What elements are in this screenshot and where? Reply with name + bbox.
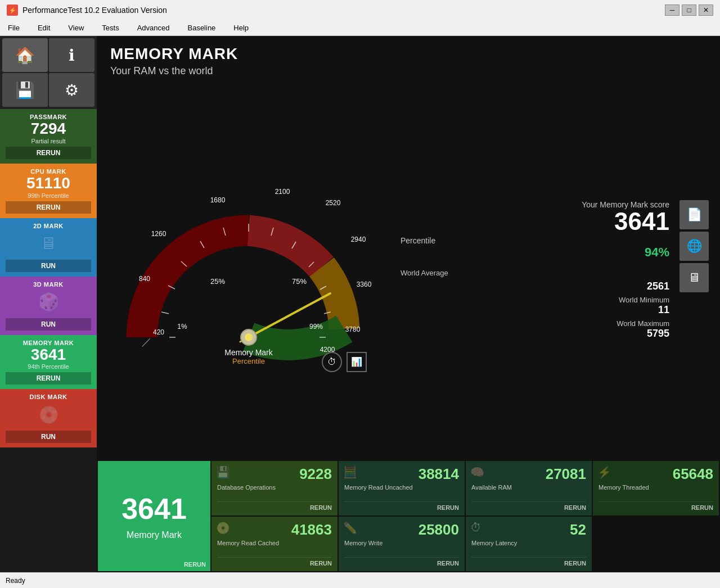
ram-icon: 🧠 (470, 465, 484, 479)
world-max-label: World Maximum (400, 319, 669, 328)
document-icon: 📄 (687, 207, 702, 222)
stats-score: 3641 (400, 209, 669, 234)
content-header: MEMORY MARK Your RAM vs the world (97, 36, 720, 82)
threed-run-button[interactable]: RUN (6, 318, 91, 331)
memory-rerun-button[interactable]: RERUN (6, 372, 91, 385)
db-ops-cell: 💾 9228 Database Operations RERUN (212, 461, 338, 515)
disk-icon-area: 💿 (6, 400, 91, 428)
memory-main-rerun-button[interactable]: RERUN (184, 561, 206, 568)
world-avg-label: World Average (400, 269, 448, 277)
globe-icon: 🌐 (687, 239, 702, 254)
avail-ram-rerun-button[interactable]: RERUN (471, 501, 586, 511)
cpu-rerun-button[interactable]: RERUN (6, 201, 91, 214)
db-ops-label: Database Operations (217, 484, 332, 491)
mem-read-cached-rerun-button[interactable]: RERUN (217, 557, 332, 567)
close-button[interactable]: ✕ (699, 4, 713, 16)
gauge-speedometer-icon[interactable]: ⏱ (322, 352, 342, 372)
sidebar-memory-card[interactable]: MEMORY MARK 3641 94th Percentile RERUN (0, 335, 97, 390)
cpu-label: CPU MARK (6, 168, 91, 175)
mem-read-cached-label: Memory Read Cached (217, 540, 332, 546)
title-bar: ⚡ PerformanceTest 10.2 Evaluation Versio… (0, 0, 720, 20)
disk-label: DISK MARK (6, 393, 91, 400)
menu-view[interactable]: View (65, 22, 87, 33)
status-text: Ready (6, 577, 25, 585)
threed-label: 3D MARK (6, 281, 91, 288)
mem-write-score: 25800 (344, 521, 459, 539)
mem-write-cell: ✏️ 25800 Memory Write RERUN (339, 517, 465, 571)
gauge-labels: Memory Mark Percentile (224, 348, 273, 365)
gauge-label-840: 840 (139, 275, 150, 283)
menu-baseline[interactable]: Baseline (184, 22, 219, 33)
svg-line-10 (161, 312, 169, 314)
gauge-chart-icon[interactable]: 📊 (346, 352, 367, 372)
mem-threaded-cell: ⚡ 65648 Memory Threaded RERUN (593, 461, 719, 515)
world-min-value: 11 (400, 304, 669, 316)
memory-label: MEMORY MARK (6, 340, 91, 346)
sidebar-2d-card[interactable]: 2D MARK 🖥 RUN (0, 218, 97, 277)
menu-advanced[interactable]: Advanced (134, 22, 173, 33)
mem-latency-score: 52 (471, 521, 586, 539)
sidebar-passmark-card[interactable]: PASSMARK 7294 Partial result RERUN (0, 109, 97, 164)
twod-run-button[interactable]: RUN (6, 260, 91, 272)
sidebar-3d-card[interactable]: 3D MARK 🎲 RUN (0, 277, 97, 335)
memory-main-label: Memory Mark (127, 530, 182, 540)
mem-threaded-rerun-button[interactable]: RERUN (598, 501, 713, 511)
mem-read-uncached-score: 38814 (344, 465, 459, 483)
hardware-icon-button[interactable]: 🖥 (680, 263, 709, 292)
disk-run-button[interactable]: RUN (6, 431, 91, 443)
sidebar-settings-btn[interactable]: ⚙ (49, 73, 94, 107)
svg-line-0 (142, 338, 151, 346)
app-icon: ⚡ (7, 4, 18, 16)
globe-icon-button[interactable]: 🌐 (680, 232, 709, 261)
percentile-value: 94% (400, 245, 669, 260)
gauge-label-2100: 2100 (275, 188, 290, 196)
mem-write-label: Memory Write (344, 540, 459, 546)
gear-icon: ⚙ (65, 81, 79, 99)
percentile-label: Percentile (400, 236, 435, 245)
memory-sub: 94th Percentile (6, 363, 91, 370)
mem-threaded-label: Memory Threaded (598, 484, 713, 491)
maximize-button[interactable]: □ (682, 4, 696, 16)
stats-panel: Your Memory Mark score 3641 Percentile 9… (400, 195, 709, 345)
export-icon-button[interactable]: 📄 (680, 200, 709, 229)
mem-cached-icon: 📀 (216, 521, 230, 535)
mem-write-rerun-button[interactable]: RERUN (344, 557, 459, 567)
world-min-label: World Minimum (400, 296, 669, 304)
mem-read-uncached-label: Memory Read Uncached (344, 484, 459, 491)
gauge-label-2520: 2520 (326, 199, 341, 207)
minimize-button[interactable]: ─ (665, 4, 680, 16)
speedometer-icon: ⏱ (327, 357, 336, 367)
threed-icon-area: 🎲 (6, 288, 91, 316)
db-ops-rerun-button[interactable]: RERUN (217, 501, 332, 511)
sidebar-info-btn[interactable]: ℹ (49, 38, 94, 72)
menu-tests[interactable]: Tests (98, 22, 122, 33)
mem-read-uncached-rerun-button[interactable]: RERUN (344, 501, 459, 511)
menu-file[interactable]: File (4, 22, 23, 33)
menu-help[interactable]: Help (230, 22, 252, 33)
sidebar-cpu-card[interactable]: CPU MARK 51110 99th Percentile RERUN (0, 164, 97, 218)
world-avg-value: 2561 (400, 281, 669, 292)
sidebar-save-btn[interactable]: 💾 (2, 73, 48, 107)
home-icon: 🏠 (15, 46, 35, 65)
stats-numbers: Your Memory Mark score 3641 Percentile 9… (400, 200, 669, 340)
cube-icon: 🎲 (38, 292, 59, 311)
gauge-action-icons: ⏱ 📊 (322, 352, 367, 372)
gauge-center-sub: Percentile (224, 357, 273, 365)
menu-edit[interactable]: Edit (34, 22, 53, 33)
monitor-icon: 🖥 (40, 234, 57, 253)
gauge-label-1680: 1680 (210, 196, 226, 204)
gauge-label-1260: 1260 (151, 230, 166, 238)
mem-read-uncached-cell: 🧮 38814 Memory Read Uncached RERUN (339, 461, 465, 515)
memory-score: 3641 (6, 346, 91, 364)
sidebar-disk-card[interactable]: DISK MARK 💿 RUN (0, 389, 97, 447)
latency-icon: ⏱ (470, 521, 482, 534)
mem-latency-label: Memory Latency (471, 540, 586, 546)
sidebar-home-btn[interactable]: 🏠 (2, 38, 48, 72)
avail-ram-score: 27081 (471, 465, 586, 483)
sidebar: 🏠 ℹ 💾 ⚙ PASSMARK 7294 Partial result RER… (0, 36, 97, 572)
mem-latency-rerun-button[interactable]: RERUN (471, 557, 586, 567)
mem-read-cached-score: 41863 (217, 521, 332, 539)
passmark-rerun-button[interactable]: RERUN (6, 147, 91, 159)
stats-right: Your Memory Mark score 3641 Percentile 9… (400, 200, 709, 340)
content-area: MEMORY MARK Your RAM vs the world (97, 36, 720, 572)
